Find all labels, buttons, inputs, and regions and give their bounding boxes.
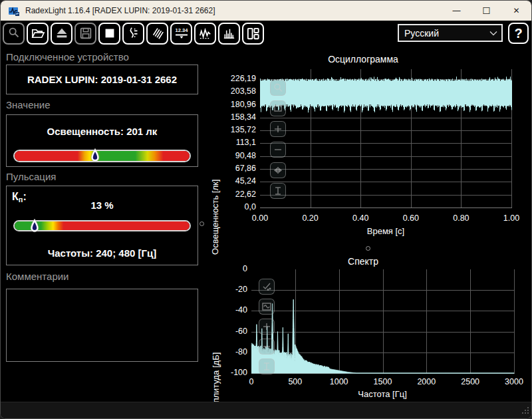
eject-button[interactable] (51, 23, 72, 45)
chevron-down-icon (489, 31, 497, 36)
axis-tick-label: 226,19 (216, 74, 256, 83)
window-title: RadexLight 1.16.4 [RADEX LUPIN: 2019-01-… (25, 6, 215, 15)
kp-value: 13 % (7, 200, 198, 211)
comments-section-header: Комментарии (6, 271, 68, 282)
app-window: RadexLight 1.16.4 [RADEX LUPIN: 2019-01-… (0, 0, 532, 419)
maximize-button[interactable]: ☐ (471, 1, 501, 21)
pulsation-section-header: Пульсация (6, 171, 56, 182)
language-select[interactable]: Русский (398, 24, 503, 42)
pulsation-box: Кп: 13 % Частоты: 240; 480 [Гц] (6, 186, 198, 265)
axis-tick-label: 500 (288, 377, 302, 386)
device-section-header: Подключенное устройство (6, 51, 129, 63)
resize-grip-icon[interactable] (520, 407, 529, 416)
oscillogram-title: Осциллограмма (328, 54, 398, 65)
zoom-in-tool-button[interactable] (270, 121, 286, 137)
title-bar[interactable]: RadexLight 1.16.4 [RADEX LUPIN: 2019-01-… (1, 1, 531, 21)
report-layout-icon (245, 26, 261, 41)
save-button[interactable] (74, 23, 96, 45)
chart-splitter-handle[interactable] (366, 246, 370, 251)
help-button[interactable]: ? (508, 23, 529, 44)
oscillogram-plot[interactable] (260, 69, 512, 208)
axis-tick-label: 0 (249, 377, 254, 386)
spectrum-view-button[interactable] (218, 23, 240, 45)
open-folder-icon (30, 26, 45, 41)
axis-tick-label: 180,96 (216, 100, 256, 109)
axis-tick-label: 1000 (330, 377, 348, 386)
values-view-button[interactable]: 12.34 (170, 23, 192, 45)
spectrum-plot[interactable] (251, 269, 515, 374)
pulsation-scale (13, 220, 191, 231)
zoom-out-tool-button[interactable] (259, 339, 275, 354)
axis-tick-label: 0,0 (216, 202, 256, 211)
axis-tick-label: 90,48 (216, 151, 256, 160)
axis-tick-label: -20 (214, 285, 247, 294)
zoom-out-icon (261, 341, 273, 352)
open-file-button[interactable] (27, 23, 49, 45)
minimize-button[interactable]: — (442, 1, 471, 21)
checkmark-tool-button[interactable] (259, 279, 275, 295)
axis-tick-label: 135,72 (216, 125, 256, 134)
smooth-wave-tool-button[interactable] (259, 299, 275, 315)
stop-square-icon (102, 26, 117, 41)
fit-vertical-icon (261, 360, 273, 372)
fit-horizontal-icon (272, 164, 284, 176)
axis-tick-label: 113,1 (216, 138, 256, 147)
signal-settings-button[interactable] (122, 23, 144, 45)
pan-rect-icon (272, 102, 284, 114)
value-section-header: Значение (6, 99, 51, 110)
oscillogram-wave-icon (198, 26, 213, 41)
axis-tick-label: 0.80 (453, 213, 469, 223)
illuminance-indicator-icon (90, 148, 100, 164)
close-button[interactable]: ✕ (501, 1, 531, 21)
panel-splitter-handle[interactable] (200, 221, 204, 226)
frequencies-value: Частоты: 240; 480 [Гц] (7, 247, 198, 259)
fit-vertical-tool-button[interactable] (259, 358, 275, 374)
illuminance-reading: Освещенность: 201 лк (7, 126, 198, 137)
pan-rect-tool-button[interactable] (270, 100, 286, 116)
axis-tick-label: 0.40 (352, 213, 368, 223)
fit-vertical-tool-button[interactable] (270, 183, 286, 199)
pulsation-indicator-icon (30, 218, 39, 234)
report-view-button[interactable] (242, 23, 264, 45)
stop-button[interactable] (98, 23, 120, 45)
axis-tick-label: 2000 (417, 377, 436, 386)
axis-tick-label: 0 (214, 264, 247, 273)
axis-tick-label: 3000 (505, 377, 523, 386)
axis-tick-label: 45,24 (216, 176, 256, 186)
oscillogram-xlabel: Время [с] (367, 226, 404, 236)
axis-tick-label: 22,62 (216, 190, 256, 199)
illuminance-scale (13, 150, 191, 162)
oscillogram-view-button[interactable] (194, 23, 216, 45)
zoom-in-icon (272, 123, 284, 135)
svg-text:12.34: 12.34 (175, 27, 188, 33)
fit-horizontal-tool-button[interactable] (270, 162, 286, 178)
axis-tick-label: 203,58 (216, 86, 256, 96)
toolbar: 12.34 Русский ? (1, 21, 531, 46)
axis-tick-label: -60 (214, 327, 247, 336)
status-bar (1, 402, 531, 418)
search-button[interactable] (3, 23, 25, 45)
checkmark-icon (261, 281, 273, 293)
device-box: RADEX LUPIN: 2019-01-31 2662 (6, 65, 198, 94)
light-rays-icon (150, 26, 165, 41)
zoom-in-tool-button[interactable] (259, 319, 275, 335)
comments-input[interactable] (6, 289, 198, 362)
spectrum-title: Спектр (348, 256, 378, 267)
eject-icon (55, 26, 69, 41)
device-name: RADEX LUPIN: 2019-01-31 2662 (27, 74, 177, 85)
magnifier-tool-button[interactable] (270, 80, 286, 96)
zoom-out-icon (272, 144, 284, 156)
smooth-wave-icon (261, 301, 273, 313)
waveform-marker-icon (126, 26, 141, 41)
axis-tick-label: -100 (214, 368, 247, 377)
spectrum-bars-icon (221, 26, 237, 41)
magnifier-icon (272, 82, 284, 94)
axis-tick-label: 1500 (374, 377, 392, 386)
axis-tick-label: 67,86 (216, 164, 256, 173)
language-selected-value: Русский (404, 28, 489, 39)
magnifier-icon (7, 26, 21, 41)
axis-tick-label: 158,34 (216, 112, 256, 122)
fit-vertical-icon (272, 185, 284, 197)
zoom-out-tool-button[interactable] (270, 142, 286, 158)
light-source-button[interactable] (146, 23, 168, 45)
